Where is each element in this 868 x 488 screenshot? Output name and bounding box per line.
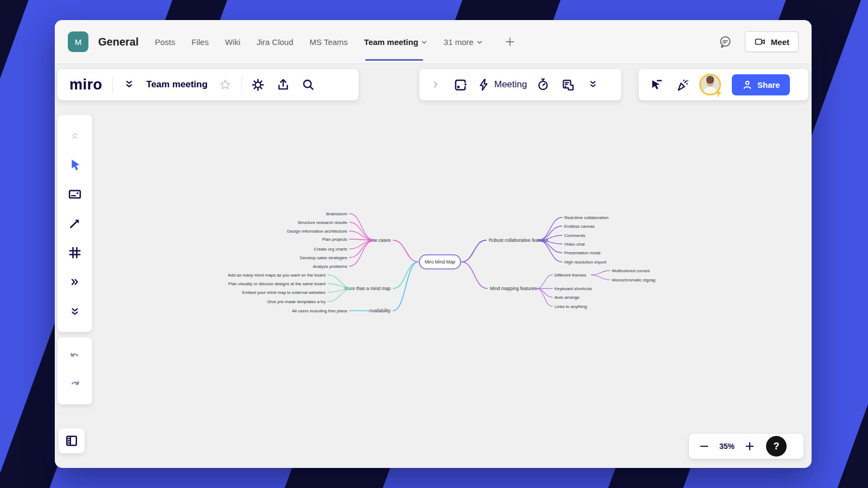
gear-icon [251, 78, 265, 92]
mindmap-label[interactable]: All users including free plans [292, 309, 347, 313]
channel-avatar: M [68, 31, 88, 52]
lightning-badge-icon [714, 88, 723, 98]
mindmap-label[interactable]: Structure research results [297, 220, 347, 225]
undo-button[interactable] [66, 348, 84, 365]
mindmap-connector [537, 288, 552, 306]
double-chevron-right-icon [69, 276, 81, 288]
mindmap-label[interactable]: Endless canvas [564, 224, 595, 229]
miro-facilitation-toolbar: Meeting [419, 69, 621, 100]
tool-frame[interactable] [66, 244, 84, 261]
zoom-level[interactable]: 35% [713, 442, 741, 451]
share-button[interactable]: Share [732, 74, 790, 95]
tab-team-meeting[interactable]: Team meeting [364, 20, 427, 63]
cards-stack-icon [561, 78, 576, 92]
mindmap-label[interactable]: Create org charts [314, 247, 347, 252]
search-icon [301, 78, 315, 92]
miro-collaboration-toolbar: Share [639, 69, 808, 100]
help-button[interactable]: ? [766, 436, 787, 457]
board-title[interactable]: Team meeting [146, 79, 208, 90]
export-button[interactable] [275, 76, 292, 93]
timer-button[interactable] [534, 76, 552, 93]
double-chevron-down-icon [123, 79, 135, 91]
mindmap-label[interactable]: Real-time collaboration [564, 215, 609, 220]
mindmap-label[interactable]: Multicolored curved [612, 268, 649, 273]
mindmap-label[interactable]: Presentation mode [564, 251, 601, 255]
collapse-toolbar-button[interactable] [427, 76, 444, 93]
search-button[interactable] [299, 76, 317, 93]
tab-jira-cloud[interactable]: Jira Cloud [257, 20, 293, 63]
mindmap-connector [537, 288, 552, 297]
timer-icon [536, 78, 550, 92]
mindmap-label[interactable]: Design information architecture [287, 229, 347, 234]
mindmap-label[interactable]: Analyze problems [312, 264, 347, 269]
mindmap-label[interactable]: Miro Mind Map [425, 259, 455, 265]
tab-posts[interactable]: Posts [155, 20, 175, 63]
miro-logo[interactable]: miro [69, 76, 103, 93]
mindmap-label[interactable]: Add as many mind maps as you want on the… [228, 273, 326, 278]
more-meeting-tools-button[interactable] [584, 76, 602, 93]
favorite-star-button[interactable] [216, 76, 234, 93]
divider [112, 76, 113, 93]
tab-more[interactable]: 31 more [444, 20, 483, 63]
collapse-tools-button[interactable] [66, 303, 84, 320]
settings-button[interactable] [250, 76, 267, 93]
mindmap-connector [462, 262, 487, 288]
mindmap-label[interactable]: Give pre-made templates a try [267, 299, 326, 304]
mindmap-label[interactable]: Auto arrange [554, 295, 580, 300]
mindmap-label[interactable]: Availability [369, 308, 391, 313]
zoom-in-button[interactable] [741, 438, 758, 455]
mindmap-label[interactable]: Plan visually or discuss designs at the … [228, 281, 326, 286]
tool-arrow[interactable] [66, 215, 84, 232]
mindmap-connector [591, 271, 610, 275]
mindmap-connector [393, 262, 418, 311]
zoom-out-button[interactable] [695, 438, 713, 455]
mindmap-label[interactable]: High resolution export [564, 260, 607, 265]
scroll-tools-up-button[interactable] [66, 127, 84, 144]
user-avatar[interactable] [699, 74, 721, 95]
tool-select[interactable] [66, 156, 84, 174]
miro-main-toolbar: miro Team meeting [58, 69, 359, 100]
tab-label: Team meeting [364, 37, 418, 47]
tool-more[interactable] [66, 273, 84, 291]
share-button-label: Share [757, 80, 780, 89]
chevron-down-icon [421, 39, 427, 46]
mindmap-connector [393, 240, 418, 262]
cards-button[interactable] [559, 76, 577, 93]
mindmap-label[interactable]: Video chat [564, 242, 585, 247]
mindmap-label[interactable]: Embed your mind map to external websites [242, 290, 326, 295]
follow-cursor-button[interactable] [647, 76, 665, 93]
mindmap-label[interactable]: Comments [564, 233, 585, 238]
tab-ms-teams[interactable]: MS Teams [310, 20, 348, 63]
mindmap-connector [591, 275, 610, 280]
mindmap-label[interactable]: Different themes [554, 273, 586, 278]
miro-tools-sidebar [58, 115, 92, 332]
board-picker-button[interactable] [120, 76, 138, 93]
header-right-group: Meet [717, 31, 799, 52]
teams-app-window: Use casesBrainstormStructure research re… [55, 20, 812, 468]
meeting-tools-button[interactable]: Meeting [477, 78, 527, 92]
mindmap-label[interactable]: Develop sales strategies [300, 255, 347, 260]
tab-wiki[interactable]: Wiki [225, 20, 240, 63]
channel-chat-button[interactable] [717, 33, 734, 50]
mindmap-label[interactable]: Monochromatic zigzag [612, 278, 655, 282]
meet-button-label: Meet [771, 37, 789, 47]
meet-button[interactable]: Meet [745, 31, 799, 52]
tab-files[interactable]: Files [192, 20, 209, 63]
double-chevron-down-icon [69, 305, 81, 317]
plus-icon [505, 36, 515, 47]
redo-button[interactable] [66, 376, 84, 394]
frames-overview-button[interactable] [452, 76, 469, 93]
mindmap-label[interactable]: Links to anything [554, 304, 587, 309]
reactions-button[interactable] [673, 76, 691, 93]
person-icon [742, 79, 753, 91]
mindmap-label[interactable]: Keyboard shortcuts [554, 286, 592, 291]
mindmap-connector [349, 214, 374, 240]
undo-redo-panel [58, 337, 92, 404]
mindmap-label[interactable]: Mind mapping features [490, 286, 537, 291]
channel-tabs: Posts Files Wiki Jira Cloud MS Teams Tea… [155, 20, 482, 63]
add-tab-button[interactable] [501, 33, 519, 50]
tool-card[interactable] [66, 185, 84, 203]
frames-panel-button[interactable] [59, 428, 85, 453]
mindmap-label[interactable]: Plan projects [322, 237, 347, 242]
mindmap-label[interactable]: Brainstorm [326, 211, 347, 216]
